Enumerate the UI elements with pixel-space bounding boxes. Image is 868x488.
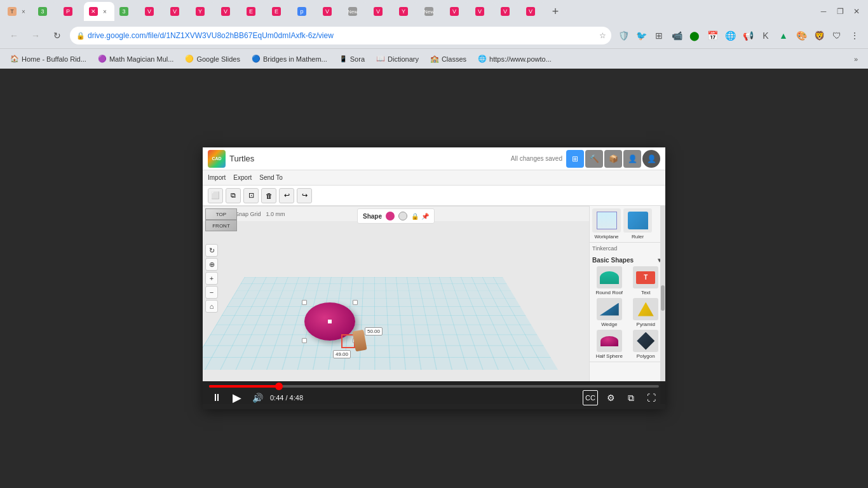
- tab-new1[interactable]: New: [343, 2, 369, 21]
- shape-item-text[interactable]: T Text: [629, 266, 663, 295]
- tinkercad-viewport[interactable]: TOP FRONT ↻ ⊕ + − ⌂: [203, 206, 589, 404]
- maximize-button[interactable]: ❐: [832, 4, 848, 19]
- tab-v8[interactable]: V: [496, 2, 521, 21]
- export-button[interactable]: Export: [233, 174, 252, 181]
- tinkercad-delete-button[interactable]: 🗑: [261, 188, 276, 203]
- bookmark-home[interactable]: 🏠 Home - Buffalo Rid...: [5, 53, 92, 65]
- back-button[interactable]: ←: [5, 27, 23, 44]
- tab-y2[interactable]: Y: [394, 2, 419, 21]
- shape-item-wedge[interactable]: Wedge: [592, 298, 627, 327]
- forward-button[interactable]: →: [27, 27, 44, 44]
- circle-icon[interactable]: ⬤: [686, 27, 703, 44]
- profiles-icon[interactable]: 🐦: [633, 27, 649, 44]
- bookmarks-more-button[interactable]: »: [849, 53, 863, 65]
- translate-icon[interactable]: 🌐: [722, 27, 738, 44]
- view-zoom-out-button[interactable]: −: [205, 286, 218, 299]
- tab-new2[interactable]: New: [419, 2, 445, 21]
- bookmark-bridges[interactable]: 🔵 Bridges in Mathem...: [247, 53, 332, 65]
- volume-button[interactable]: 🔊: [250, 390, 265, 405]
- calendar-ext-icon[interactable]: 📅: [704, 27, 721, 44]
- google-meet-icon[interactable]: 📹: [668, 27, 685, 44]
- bookmark-star-icon[interactable]: ☆: [599, 31, 606, 40]
- tab-v5[interactable]: V: [369, 2, 394, 21]
- panel-scrollbar[interactable]: [660, 206, 665, 404]
- import-button[interactable]: Import: [208, 174, 226, 181]
- autofill-icon[interactable]: 🛡️: [615, 27, 632, 44]
- bookmark-slides[interactable]: 🟡 Google Slides: [180, 53, 245, 65]
- tab-e2[interactable]: E: [267, 2, 292, 21]
- video-progress-bar[interactable]: [209, 385, 659, 388]
- view-home-button[interactable]: ⌂: [205, 300, 218, 313]
- new-tab-button[interactable]: +: [546, 3, 564, 20]
- tinkercad-nav-cube[interactable]: TOP FRONT: [205, 208, 237, 240]
- play-button[interactable]: ▶: [229, 390, 245, 405]
- reload-button[interactable]: ↻: [48, 27, 66, 44]
- tab-v9[interactable]: V: [521, 2, 546, 21]
- tab-close-t[interactable]: ×: [19, 7, 28, 16]
- tinkercad-redo-button[interactable]: ↪: [297, 188, 312, 203]
- panel-scrollbar-thumb[interactable]: [661, 285, 665, 311]
- drive-icon[interactable]: ▲: [775, 27, 792, 44]
- settings-button[interactable]: ⚙: [603, 390, 618, 405]
- video-progress-thumb[interactable]: [275, 383, 283, 390]
- brave-lion-icon[interactable]: 🦁: [811, 27, 827, 44]
- tab-3b[interactable]: 3: [114, 2, 140, 21]
- bookmark-classes[interactable]: 🏫 Classes: [425, 53, 471, 65]
- shape-item-round-roof[interactable]: Round Roof: [592, 266, 627, 295]
- tab-e1[interactable]: E: [241, 2, 267, 21]
- send-to-button[interactable]: Send To: [259, 174, 283, 181]
- nav-cube-front[interactable]: FRONT: [205, 220, 237, 231]
- tab-v4[interactable]: V: [318, 2, 343, 21]
- tab-p[interactable]: P: [58, 2, 84, 21]
- miniplayer-button[interactable]: ⧉: [623, 390, 639, 405]
- shield-ext-icon[interactable]: 🛡: [829, 27, 845, 44]
- extension-icon[interactable]: ⊞: [651, 27, 667, 44]
- tab-active[interactable]: ✕ ×: [84, 2, 114, 21]
- tab-v6[interactable]: V: [445, 2, 470, 21]
- tab-close-active[interactable]: ×: [100, 7, 109, 16]
- tab-t[interactable]: T ×: [3, 2, 33, 21]
- tinkercad-duplicate-button[interactable]: ⧉: [226, 188, 241, 203]
- tinkercad-profile-button[interactable]: 👤: [642, 150, 660, 168]
- tinkercad-box-button[interactable]: 📦: [604, 150, 622, 168]
- close-button[interactable]: ✕: [849, 4, 864, 19]
- tab-v7[interactable]: V: [470, 2, 496, 21]
- color-swatch-solid[interactable]: [386, 212, 395, 220]
- bookmark-dictionary[interactable]: 📖 Dictionary: [371, 53, 424, 65]
- view-fit-button[interactable]: ⊕: [205, 258, 218, 271]
- view-rotate-button[interactable]: ↻: [205, 244, 218, 257]
- tinkercad-undo-button[interactable]: ↩: [279, 188, 294, 203]
- color-icon[interactable]: 🎨: [793, 27, 810, 44]
- tinkercad-grid-view-button[interactable]: ⊞: [566, 150, 584, 168]
- color-swatch-hole[interactable]: [398, 212, 407, 220]
- tab-g[interactable]: p: [292, 2, 318, 21]
- view-zoom-in-button[interactable]: +: [205, 272, 218, 285]
- fullscreen-button[interactable]: ⛶: [644, 390, 659, 405]
- nav-cube-top[interactable]: TOP: [205, 208, 237, 220]
- tab-y1[interactable]: Y: [191, 2, 216, 21]
- bookmark-math[interactable]: 🟣 Math Magician Mul...: [93, 53, 179, 65]
- tinkercad-person-button[interactable]: 👤: [623, 150, 641, 168]
- panel-workplane-item[interactable]: Workplane: [592, 208, 621, 240]
- address-input[interactable]: drive.google.com/file/d/1NZ1XVW3VU8o2hBB…: [70, 27, 611, 44]
- pause-button[interactable]: ⏸: [209, 390, 224, 405]
- panel-ruler-item[interactable]: Ruler: [623, 208, 652, 240]
- handle-tr[interactable]: [353, 300, 358, 305]
- tab-v1[interactable]: V: [140, 2, 165, 21]
- minimize-button[interactable]: ─: [816, 4, 831, 19]
- k-icon[interactable]: K: [757, 27, 774, 44]
- handle-tl[interactable]: [302, 300, 307, 305]
- tinkercad-hammer-button[interactable]: 🔨: [585, 150, 603, 168]
- tinkercad-copy-button[interactable]: ⬜: [208, 188, 223, 203]
- tab-v2[interactable]: V: [165, 2, 191, 21]
- bookmark-powto[interactable]: 🌐 https://www.powto...: [473, 53, 557, 65]
- shape-item-polygon[interactable]: Polygon: [629, 330, 663, 359]
- tab-v3[interactable]: V: [216, 2, 241, 21]
- handle-bl[interactable]: [302, 338, 307, 343]
- shape-item-pyramid[interactable]: Pyramid: [629, 298, 663, 327]
- shape-item-half-sphere[interactable]: Half Sphere: [592, 330, 627, 359]
- menu-button[interactable]: ⋮: [846, 27, 863, 44]
- bookmark-sora[interactable]: 📱 Sora: [334, 53, 370, 65]
- tab-3a[interactable]: 3: [33, 2, 58, 21]
- screen-reader-icon[interactable]: 📢: [740, 27, 756, 44]
